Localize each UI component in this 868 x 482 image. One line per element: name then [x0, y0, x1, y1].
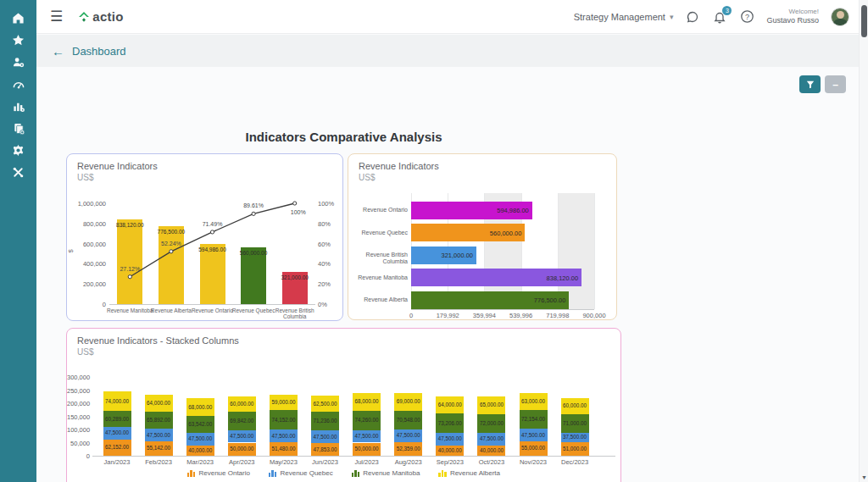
gear-icon[interactable]: [8, 143, 30, 157]
line-point-label: 27.12%: [114, 266, 145, 272]
gauge-icon[interactable]: [8, 77, 30, 91]
bar-value-label: 838,120.00: [519, 274, 578, 282]
horizontal-bar-chart: 0179,992359,994539,996719,998900,000Reve…: [348, 154, 616, 319]
y-axis-tick: 150,000: [67, 413, 90, 421]
module-selector[interactable]: Strategy Management ▾: [574, 12, 674, 22]
vertical-scrollbar[interactable]: ▼: [859, 0, 868, 482]
notifications-bell-icon[interactable]: 3: [712, 9, 727, 25]
segment-value-label: 37,500.00: [557, 434, 593, 440]
legend-label: Revenue Manitoba: [363, 469, 420, 477]
users-icon[interactable]: [8, 55, 30, 69]
legend-item[interactable]: Revenue Alberta: [438, 469, 500, 477]
x-category-label: Dec/2023: [549, 459, 600, 467]
tools-icon[interactable]: [8, 165, 30, 179]
segment-value-label: 69,842.00: [224, 418, 259, 424]
segment-value-label: 63,542.00: [182, 421, 218, 427]
user-welcome: Welcome! Gustavo Russo: [766, 8, 819, 25]
segment-value-label: 47,500.00: [474, 435, 509, 441]
y-axis-label: $: [67, 249, 75, 252]
chat-icon[interactable]: [685, 9, 700, 25]
segment-value-label: 62,500.00: [308, 401, 343, 407]
pct-axis-tick: 0%: [318, 301, 343, 308]
pareto-chart-card: Revenue Indicators US$ 00%200,00020%400,…: [66, 153, 343, 321]
segment-value-label: 47,500.00: [432, 435, 468, 441]
pct-axis-tick: 20%: [318, 280, 343, 288]
logo-text: actio: [92, 9, 124, 24]
segment-value-label: 74,260.00: [349, 417, 385, 423]
x-axis-line: [92, 456, 615, 457]
segment-value-label: 62,152.00: [99, 444, 135, 450]
bar-value-label: 560,000.00: [462, 230, 521, 237]
y-axis-tick: 100,000: [67, 426, 90, 434]
segment-value-label: 71,000.00: [557, 420, 593, 426]
top-header: ☰ actio Strategy Management ▾ 3 ? Welcom…: [36, 0, 868, 34]
y-axis-tick: 200,000: [67, 280, 106, 288]
segment-value-label: 65,892.00: [141, 417, 176, 423]
segment-value-label: 51,480.00: [265, 446, 301, 452]
documents-icon[interactable]: [8, 121, 30, 135]
legend-label: Revenue Alberta: [450, 469, 500, 477]
chevron-down-icon: ▾: [670, 13, 674, 21]
segment-value-label: 47,500.00: [391, 432, 426, 438]
line-point-label: 52.24%: [156, 241, 186, 247]
x-axis-tick: 179,992: [429, 312, 466, 319]
legend-item[interactable]: Revenue Manitoba: [352, 469, 420, 477]
back-arrow-icon[interactable]: ←: [52, 44, 64, 58]
bar-value-label: 321,000.00: [275, 274, 315, 280]
legend-item[interactable]: Revenue Quebec: [269, 469, 333, 477]
segment-value-label: 72,154.00: [515, 416, 551, 422]
logo-icon: [78, 10, 90, 24]
legend-bar-icon: [187, 469, 196, 477]
filter-button[interactable]: [799, 75, 821, 93]
segment-value-label: 47,500.00: [182, 435, 218, 441]
segment-value-label: 52,359.00: [391, 446, 426, 452]
segment-value-label: 64,000.00: [141, 400, 176, 406]
bar-value-label: 776,500.00: [151, 229, 192, 235]
sidebar: [0, 0, 36, 482]
home-icon[interactable]: [8, 11, 30, 25]
star-icon[interactable]: [8, 33, 30, 47]
x-axis-line: [109, 304, 315, 305]
legend-bar-icon: [438, 469, 447, 477]
y-axis-tick: 300,000: [67, 374, 90, 381]
y-axis-tick: 400,000: [67, 260, 106, 268]
avatar[interactable]: [831, 8, 849, 26]
y-category-label: Revenue Alberta: [348, 296, 408, 303]
notification-badge: 3: [722, 6, 732, 15]
help-icon[interactable]: ?: [739, 9, 754, 25]
bar-0[interactable]: [117, 219, 142, 304]
x-axis-tick: 719,998: [539, 312, 576, 319]
pct-axis-tick: 100%: [318, 200, 343, 208]
scrollbar-down-arrow-icon[interactable]: ▼: [860, 474, 868, 480]
bar-2[interactable]: [200, 244, 225, 304]
menu-icon[interactable]: ☰: [50, 9, 63, 24]
collapse-button[interactable]: –: [825, 75, 846, 93]
y-axis-tick: 250,000: [67, 387, 90, 395]
stacked-column-chart: 050,000100,000150,000200,000250,000300,0…: [67, 329, 620, 482]
line-point-label: 89.61%: [238, 202, 269, 208]
bar-value-label: 776,500.00: [506, 296, 565, 304]
bar-value-label: 838,120.00: [109, 222, 150, 228]
legend-item[interactable]: Revenue Ontario: [187, 469, 250, 477]
segment-value-label: 40,000.00: [432, 447, 468, 453]
segment-value-label: 47,500.00: [349, 433, 385, 439]
segment-value-label: 64,000.00: [432, 402, 468, 407]
bar-1[interactable]: [159, 226, 184, 304]
y-axis-tick: 0: [67, 301, 106, 308]
hbar-chart-card: Revenue Indicators US$ 0179,992359,99453…: [348, 153, 617, 320]
x-axis-tick: 900,000: [576, 312, 613, 319]
bar-value-label: 321,000.00: [414, 252, 473, 259]
y-axis-tick: 50,000: [67, 440, 90, 447]
segment-value-label: 73,206.00: [432, 420, 468, 426]
segment-value-label: 74,152.00: [265, 417, 301, 423]
segment-value-label: 40,000.00: [182, 447, 218, 453]
y-category-label: Revenue Manitoba: [348, 274, 408, 281]
app-logo[interactable]: actio: [78, 9, 124, 24]
segment-value-label: 74,000.00: [99, 398, 135, 404]
breadcrumb[interactable]: Dashboard: [72, 45, 126, 58]
scrollbar-thumb[interactable]: [861, 5, 867, 37]
segment-value-label: 60,000.00: [224, 401, 259, 407]
bar-value-label: 594,986.00: [470, 207, 529, 214]
segment-value-label: 50,000.00: [224, 446, 259, 452]
analytics-icon[interactable]: [8, 99, 30, 113]
